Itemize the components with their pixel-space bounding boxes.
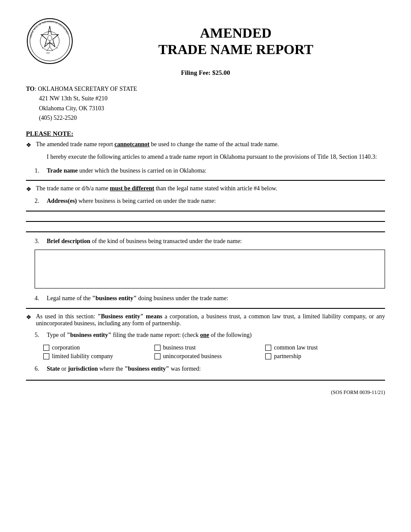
divider-3	[26, 221, 385, 222]
item3-bold: Brief description	[47, 238, 90, 244]
checkbox-unincorporated[interactable]: unincorporated business	[154, 353, 266, 360]
item-6: 6. State or jurisdiction where the "busi…	[35, 364, 385, 374]
checkbox-unincorporated-label: unincorporated business	[163, 353, 222, 360]
item-5: 5. Type of "business entity" filing the …	[35, 330, 385, 340]
checkbox-llc-label: limited liability company	[52, 353, 113, 360]
svg-point-5	[48, 35, 52, 41]
item-4: 4. Legal name of the "business entity" d…	[35, 294, 385, 303]
divider-5	[26, 308, 385, 309]
divider-4	[26, 231, 385, 232]
checkbox-corporation-label: corporation	[52, 344, 80, 351]
to-block: TO: OKLAHOMA SECRETARY OF STATE 421 NW 1…	[26, 84, 385, 123]
page-title-line1: AMENDED	[87, 25, 385, 41]
item-3: 3. Brief description of the kind of busi…	[35, 237, 385, 246]
state-seal: GREAT SEAL OF THE STATE OF OKLAHOMA ★ ★ …	[26, 17, 74, 65]
cannot-text: cannot	[115, 141, 132, 147]
divider-6	[26, 380, 385, 381]
checkbox-common-law-trust-label: common law trust	[274, 344, 318, 351]
item1-bold: Trade name	[47, 167, 78, 174]
item-1: 1. Trade name under which the business i…	[35, 166, 385, 176]
bullet1-text: The amended trade name report cannotcann…	[36, 141, 279, 148]
checkbox-llc-box[interactable]	[43, 353, 49, 359]
item3-text: Brief description of the kind of busines…	[47, 237, 242, 246]
title-block: AMENDED TRADE NAME REPORT	[87, 25, 385, 58]
checkbox-business-trust-box[interactable]	[154, 345, 161, 351]
item6-entity-quote: "business entity"	[125, 365, 169, 372]
svg-text:★: ★	[42, 34, 44, 36]
item1-num: 1.	[35, 166, 47, 176]
checkbox-common-law-trust-box[interactable]	[265, 345, 271, 351]
checkbox-partnership[interactable]: partnership	[265, 353, 376, 360]
checkboxes-grid: corporation business trust common law tr…	[43, 344, 376, 360]
svg-text:★: ★	[49, 30, 51, 32]
item2-bold: Address(es)	[47, 198, 77, 204]
to-recipient: OKLAHOMA SECRETARY OF STATE	[38, 86, 137, 92]
business-entity-means: "Business entity" means	[97, 313, 162, 320]
bullet-note-1: ❖ The amended trade name report cannotca…	[26, 141, 385, 149]
divider-1	[26, 180, 385, 181]
bullet-note-3: ❖ As used in this section: "Business ent…	[26, 313, 385, 327]
item5-bold: "business entity"	[67, 332, 111, 338]
must-be-different: must be different	[110, 185, 154, 192]
checkbox-business-trust[interactable]: business trust	[154, 344, 266, 351]
item2-num: 2.	[35, 196, 47, 206]
page-header: GREAT SEAL OF THE STATE OF OKLAHOMA ★ ★ …	[26, 17, 385, 65]
bullet3-text: As used in this section: "Business entit…	[36, 313, 385, 327]
diamond-icon-2: ❖	[26, 186, 32, 193]
to-address1: 421 NW 13th St, Suite #210	[39, 94, 385, 103]
svg-text:★: ★	[56, 47, 58, 49]
checkbox-partnership-label: partnership	[274, 353, 301, 360]
svg-text:1907: 1907	[46, 52, 51, 54]
to-address2: Oklahoma City, OK 73103	[39, 104, 385, 113]
checkbox-corporation[interactable]: corporation	[43, 344, 154, 351]
item5-num: 5.	[35, 330, 47, 340]
item6-state: State	[47, 365, 60, 372]
item6-num: 6.	[35, 364, 47, 374]
checkbox-common-law-trust[interactable]: common law trust	[265, 344, 376, 351]
item3-num: 3.	[35, 237, 47, 246]
intro-paragraph: I hereby execute the following articles …	[47, 152, 385, 162]
to-phone: (405) 522-2520	[39, 113, 385, 123]
checkbox-unincorporated-box[interactable]	[154, 353, 161, 359]
checkbox-llc[interactable]: limited liability company	[43, 353, 154, 360]
filing-fee: Filing Fee: $25.00	[26, 69, 385, 77]
checkbox-partnership-box[interactable]	[265, 353, 271, 359]
item5-text: Type of "business entity" filing the tra…	[47, 330, 252, 340]
item6-jurisdiction: jurisdiction	[68, 365, 98, 372]
svg-text:★: ★	[42, 47, 44, 49]
item3-text-box[interactable]	[35, 250, 385, 288]
item4-text: Legal name of the "business entity" doin…	[47, 294, 228, 303]
page-title-line2: TRADE NAME REPORT	[87, 41, 385, 58]
bullet-note-2: ❖ The trade name or d/b/a name must be d…	[26, 185, 385, 193]
please-note-heading: PLEASE NOTE:	[26, 130, 385, 138]
checkbox-business-trust-label: business trust	[163, 344, 196, 351]
checkbox-corporation-box[interactable]	[43, 345, 49, 351]
divider-2	[26, 211, 385, 212]
item4-num: 4.	[35, 294, 47, 303]
item-2: 2. Address(es) where business is being c…	[35, 196, 385, 206]
item1-text: Trade name under which the business is c…	[47, 166, 206, 176]
item6-text: State or jurisdiction where the "busines…	[47, 364, 201, 374]
form-number: (SOS FORM 0039-11/21)	[26, 389, 385, 396]
item4-bold: "business entity"	[92, 295, 137, 301]
bullet2-text: The trade name or d/b/a name must be dif…	[36, 185, 277, 192]
svg-text:★: ★	[56, 34, 58, 36]
to-label: TO	[26, 86, 35, 92]
item2-text: Address(es) where business is being carr…	[47, 196, 216, 206]
diamond-icon-1: ❖	[26, 141, 32, 149]
diamond-icon-3: ❖	[26, 314, 32, 321]
item5-underline: one	[200, 332, 209, 338]
